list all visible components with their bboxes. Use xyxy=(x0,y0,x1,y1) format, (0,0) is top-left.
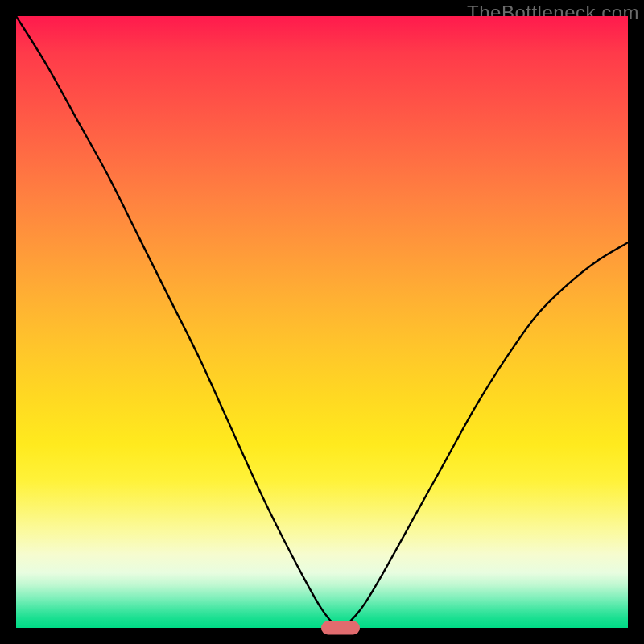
bottleneck-curve xyxy=(16,16,628,628)
plot-area xyxy=(16,16,628,628)
optimal-marker xyxy=(321,621,360,635)
chart-frame: TheBottleneck.com xyxy=(0,0,644,644)
